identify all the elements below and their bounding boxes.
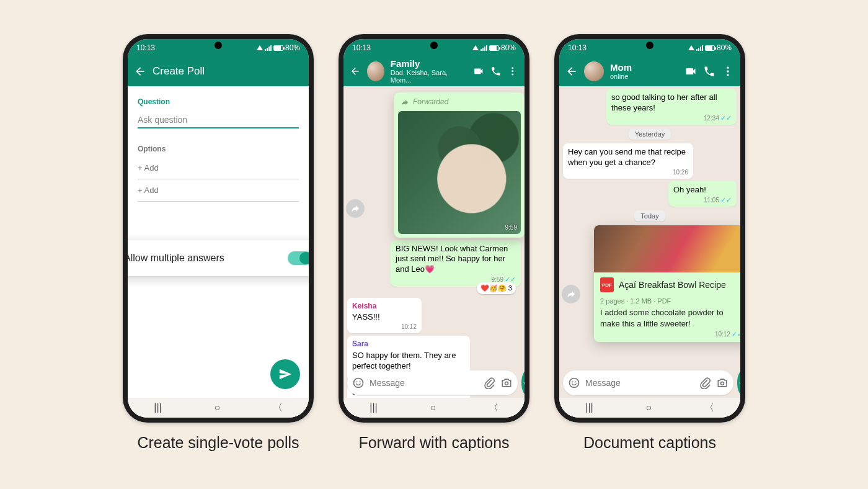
add-option-2[interactable]: + Add (138, 179, 299, 202)
options-label: Options (138, 145, 299, 153)
battery-pct: 80% (717, 43, 732, 52)
android-nav: ||| ○ 〈 (343, 398, 525, 418)
svg-point-1 (512, 71, 514, 73)
svg-point-2 (512, 74, 514, 76)
msg-keisha[interactable]: Keisha YASS!!! 10:12 (347, 298, 422, 333)
phone-frame-1: 10:13 80% Create Poll Question Options +… (123, 34, 314, 423)
home-icon[interactable]: ○ (430, 402, 436, 413)
msg-out-0[interactable]: so good talking to her after all these y… (606, 89, 737, 125)
add-option-1[interactable]: + Add (138, 157, 299, 179)
msg-out-2[interactable]: Oh yeah! 11:05✓✓ (668, 181, 737, 207)
caption-3: Document captions (583, 434, 716, 452)
page-title: Create Poll (153, 65, 205, 78)
image-time: 9:59 (505, 223, 517, 231)
svg-point-11 (572, 381, 574, 382)
msg-in-1[interactable]: Hey can you send me that recipe when you… (563, 143, 693, 179)
read-ticks-icon: ✓✓ (720, 195, 732, 204)
screen-1: 10:13 80% Create Poll Question Options +… (128, 39, 309, 418)
chat-header[interactable]: Mom online (559, 56, 740, 86)
caption-bubble[interactable]: BIG NEWS! Look what Carmen just sent me!… (391, 240, 521, 287)
document-bubble[interactable]: PDF Açaí Breakfast Bowl Recipe 2 pages ·… (594, 225, 740, 342)
phone-1-column: 10:13 80% Create Poll Question Options +… (123, 34, 314, 452)
back-nav-icon[interactable]: 〈 (273, 402, 283, 415)
phone-2-column: 10:13 80% Family Dad, Keisha, Sara, Mom.… (339, 34, 529, 452)
videocall-icon[interactable] (473, 65, 484, 78)
emoji-icon[interactable] (352, 377, 365, 389)
status-right: 80% (472, 43, 516, 52)
recents-icon[interactable]: ||| (585, 402, 593, 413)
chat-title-block: Mom online (610, 63, 632, 81)
back-icon[interactable] (350, 65, 361, 78)
share-icon[interactable] (562, 285, 580, 303)
more-icon[interactable] (722, 65, 734, 78)
status-right: 80% (257, 43, 300, 52)
battery-pct: 80% (285, 43, 300, 52)
status-time: 10:13 (352, 43, 371, 52)
sender: Keisha (352, 302, 417, 312)
svg-point-4 (356, 381, 358, 382)
camera-notch (646, 42, 653, 49)
app-bar: Create Poll (128, 56, 309, 86)
status-time: 10:13 (136, 43, 155, 52)
message-input[interactable] (585, 378, 694, 388)
document-row[interactable]: PDF Açaí Breakfast Bowl Recipe (594, 272, 740, 297)
share-icon[interactable] (346, 199, 365, 218)
document-preview (594, 225, 740, 272)
signal-icon (480, 45, 487, 51)
send-button[interactable] (270, 359, 300, 389)
battery-pct: 80% (501, 43, 516, 52)
svg-point-9 (727, 74, 728, 76)
reactions[interactable]: ❤️🥳🤗 3 (477, 282, 516, 294)
battery-icon (273, 45, 283, 51)
input-bar (347, 370, 521, 395)
status-time: 10:13 (568, 43, 587, 52)
call-icon[interactable] (490, 65, 502, 78)
home-icon[interactable]: ○ (214, 402, 220, 413)
svg-point-0 (512, 67, 514, 69)
home-icon[interactable]: ○ (645, 402, 652, 413)
back-nav-icon[interactable]: 〈 (489, 402, 498, 415)
pdf-icon: PDF (600, 277, 614, 292)
signal-icon (265, 45, 272, 51)
forwarded-image-bubble[interactable]: Forwarded 9:59 (394, 92, 525, 238)
chat-name: Mom (610, 63, 632, 73)
chat-header[interactable]: Family Dad, Keisha, Sara, Mom... (343, 56, 525, 86)
recents-icon[interactable]: ||| (154, 402, 161, 413)
emoji-icon[interactable] (568, 377, 580, 389)
date-chip: Yesterday (629, 128, 671, 140)
back-icon[interactable] (134, 65, 146, 78)
toggle-label: Allow multiple answers (128, 253, 224, 264)
wifi-icon (688, 45, 694, 50)
message-input[interactable] (370, 378, 478, 388)
back-nav-icon[interactable]: 〈 (704, 402, 714, 415)
camera-icon[interactable] (500, 377, 513, 389)
attach-icon[interactable] (699, 377, 711, 389)
avatar[interactable] (367, 61, 384, 81)
allow-multiple-toggle[interactable] (288, 251, 309, 265)
caption-2: Forward with captions (358, 434, 509, 452)
camera-icon[interactable] (716, 377, 728, 389)
chat-area: Forwarded 9:59 BIG NEWS! Look what Carme… (343, 86, 525, 418)
more-icon[interactable] (507, 65, 518, 78)
forwarded-image[interactable]: 9:59 (398, 111, 521, 234)
document-caption: I added some chocolate powder to make th… (594, 305, 740, 330)
svg-point-13 (721, 382, 724, 385)
mic-button[interactable] (521, 370, 525, 395)
avatar[interactable] (584, 61, 604, 81)
forwarded-label: Forwarded (398, 96, 521, 111)
question-label: Question (138, 97, 299, 106)
back-icon[interactable] (565, 65, 578, 78)
attach-icon[interactable] (483, 377, 495, 389)
call-icon[interactable] (703, 65, 715, 78)
mic-button[interactable] (737, 370, 740, 395)
recents-icon[interactable]: ||| (370, 402, 377, 413)
message-box[interactable] (347, 370, 518, 395)
screen-2: 10:13 80% Family Dad, Keisha, Sara, Mom.… (343, 39, 525, 418)
document-meta: 2 pages · 1.2 MB · PDF (594, 297, 740, 305)
videocall-icon[interactable] (684, 65, 697, 78)
signal-icon (696, 45, 703, 51)
question-input[interactable] (138, 112, 299, 128)
battery-icon (705, 45, 715, 51)
phones-row: 10:13 80% Create Poll Question Options +… (123, 34, 745, 452)
message-box[interactable] (563, 370, 733, 395)
